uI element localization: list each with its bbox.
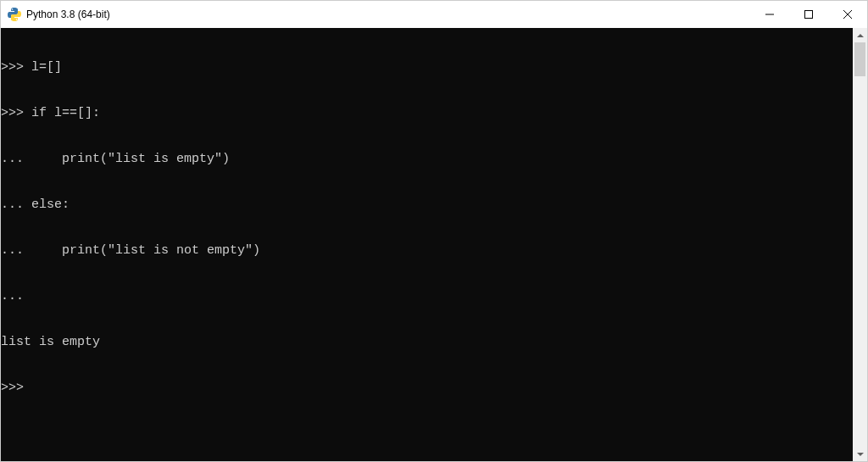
console-line: >>> l=[] (1, 60, 867, 75)
python-icon (8, 8, 21, 21)
scroll-up-arrow[interactable] (853, 28, 867, 42)
scroll-thumb[interactable] (854, 42, 865, 76)
svg-point-1 (16, 19, 18, 20)
console-lines: >>> l=[] >>> if l==[]: ... print("list i… (1, 30, 867, 426)
console-line: ... else: (1, 198, 867, 213)
maximize-button[interactable] (789, 1, 828, 28)
console-line: ... print("list is not empty") (1, 243, 867, 259)
svg-rect-3 (805, 11, 813, 19)
scroll-down-arrow[interactable] (853, 447, 867, 461)
app-window: Python 3.8 (64-bit) >>> l=[] >>> if l==[… (0, 0, 868, 462)
console-line: >>> (1, 381, 867, 396)
svg-point-0 (12, 8, 14, 10)
console-line: ... print("list is empty") (1, 152, 867, 167)
minimize-button[interactable] (750, 1, 789, 28)
titlebar[interactable]: Python 3.8 (64-bit) (1, 1, 867, 28)
vertical-scrollbar[interactable] (853, 28, 867, 461)
close-button[interactable] (828, 1, 867, 28)
window-controls (750, 1, 867, 28)
console-area[interactable]: >>> l=[] >>> if l==[]: ... print("list i… (1, 28, 867, 461)
scroll-track[interactable] (853, 42, 867, 447)
window-title: Python 3.8 (64-bit) (26, 8, 110, 20)
console-line: ... (1, 289, 867, 304)
console-line: list is empty (1, 335, 867, 350)
console-line: >>> if l==[]: (1, 106, 867, 121)
titlebar-left: Python 3.8 (64-bit) (8, 8, 110, 21)
